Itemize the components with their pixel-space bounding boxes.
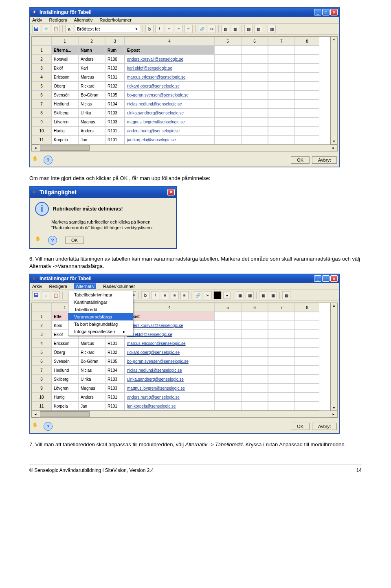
cell-name[interactable]: Magnus (78, 117, 105, 126)
cell-room[interactable]: R105 (105, 357, 125, 366)
menu-item-varannanradsfarga[interactable]: Varannanradsfärga (68, 313, 133, 320)
cell-email[interactable]: niclas.hedlund@senselogic.se (125, 366, 214, 375)
table-row[interactable]: 11KorpelaJanR101jan.korpela@senselogic.s… (32, 402, 330, 410)
table-icon-4[interactable]: ▦ (254, 25, 262, 33)
cell-room[interactable]: R102 (105, 64, 125, 72)
table-row[interactable]: 7HedlundNiclasR104niclas.hedlund@senselo… (32, 99, 330, 108)
col-6[interactable]: 6 (241, 37, 268, 46)
horizontal-scrollbar[interactable]: ◄► (32, 144, 337, 151)
table-icon-4[interactable]: ▦ (269, 291, 277, 299)
menu-item-tabellbredd[interactable]: Tabellbredd (68, 306, 133, 313)
help-icon[interactable]: ? (44, 156, 53, 165)
titlebar[interactable]: Inställningar för Tabell _ □ ✕ (30, 8, 339, 17)
cell-name[interactable]: Karl (78, 64, 105, 72)
cell-name[interactable]: Niclas (78, 99, 105, 108)
minimize-button[interactable]: _ (314, 9, 321, 15)
minimize-button[interactable]: _ (314, 275, 321, 282)
cell-lastname[interactable]: Hurtig (51, 393, 78, 402)
col-2[interactable]: 2 (78, 37, 105, 46)
col-5[interactable]: 5 (214, 303, 241, 312)
cell-lastname[interactable]: Hurtig (51, 126, 78, 135)
cell-lastname[interactable]: Lövgren (51, 384, 78, 393)
cell-email[interactable]: anders.korsvall@senselogic.se (125, 55, 214, 64)
close-button[interactable]: ✕ (330, 9, 338, 15)
hdr-email[interactable]: E-post (125, 46, 214, 55)
cell-email[interactable]: marcus.ericsson@senselogic.se (125, 72, 214, 81)
close-button[interactable]: ✕ (167, 189, 175, 195)
cell-email[interactable]: anders.hurtig@senselogic.se (125, 393, 214, 402)
cell-room[interactable]: R101 (105, 393, 125, 402)
cell-lastname[interactable]: Öberg (51, 348, 78, 357)
menu-item-kantinstallningar[interactable]: Kantinställningar (68, 298, 133, 306)
cell-lastname[interactable]: Ericsson (51, 339, 78, 348)
table-row[interactable]: 7HedlundNiclasR104niclas.hedlund@senselo… (32, 366, 330, 375)
cell-email[interactable]: bo-goran.svensen@senselogic.se (125, 357, 214, 366)
cell-name[interactable]: Ulrika (78, 108, 105, 117)
cell-email[interactable]: jan.korpela@senselogic.se (125, 402, 214, 410)
cell-lastname[interactable]: Korpela (51, 402, 78, 410)
unlink-icon[interactable]: ✂ (208, 25, 216, 33)
header-cell-icon[interactable]: ▦ (268, 25, 276, 33)
cell-email[interactable]: rickard.oberg@senselogic.se (125, 81, 214, 90)
table-row[interactable]: 9LövgrenMagnusR103magnus.lovgren@senselo… (32, 117, 330, 126)
cell-lastname[interactable]: Eklöf (51, 64, 78, 72)
clipboard-icon[interactable]: 📋 (52, 25, 60, 33)
cell-room[interactable]: R103 (105, 108, 125, 117)
bold-icon[interactable]: b (141, 291, 149, 299)
menu-arkiv[interactable]: Arkiv (32, 284, 42, 289)
bold-icon[interactable]: b (145, 25, 154, 33)
hdr-lastname[interactable]: Efterna... (51, 46, 78, 55)
cell-lastname[interactable]: Ericsson (51, 72, 78, 81)
titlebar[interactable]: Inställningar för Tabell _ □ ✕ (30, 274, 339, 283)
cell-email[interactable]: niclas.hedlund@senselogic.se (125, 99, 214, 108)
cancel-button[interactable]: Avbryt (312, 156, 337, 164)
merge-icon[interactable] (42, 25, 50, 33)
vertical-scrollbar[interactable]: ▲▼ (330, 37, 337, 144)
merge-icon[interactable]: ↕ (42, 291, 50, 299)
cell-email[interactable]: magnus.lovgren@senselogic.se (125, 117, 214, 126)
cell-room[interactable]: R104 (105, 366, 125, 375)
col-7[interactable]: 7 (268, 37, 295, 46)
menu-redigera[interactable]: Redigera (49, 284, 68, 289)
table-header-row[interactable]: 1 Efterna... Namn Rum E-post (32, 46, 330, 55)
titlebar[interactable]: Tillgänglighet ✕ (30, 186, 176, 198)
menu-item-tabellbeskrivningar[interactable]: Tabellbeskrivningar (68, 291, 133, 298)
cell-room[interactable]: R104 (105, 99, 125, 108)
table-row[interactable]: 11KorpelaJanR101jan.korpela@senselogic.s… (32, 135, 330, 144)
color-dd[interactable]: ▾ (223, 292, 231, 299)
table-row[interactable]: 6SvensénBo-GöranR105bo-goran.svensen@sen… (32, 90, 330, 99)
hdr-room[interactable]: Rum (105, 46, 125, 55)
ok-button[interactable]: OK (291, 423, 310, 430)
cell-lastname[interactable]: Lövgren (51, 117, 78, 126)
horizontal-scrollbar[interactable]: ◄► (32, 410, 337, 417)
link-icon[interactable]: 🔗 (194, 291, 202, 299)
cell-name[interactable]: Niclas (78, 366, 105, 375)
cell-room[interactable]: R103 (105, 384, 125, 393)
table-row[interactable]: 6SvensénBo-GöranR105bo-goran.svensen@sen… (32, 357, 330, 366)
cell-room[interactable]: R103 (105, 117, 125, 126)
cell-email[interactable]: jan.korpela@senselogic.se (125, 135, 214, 144)
italic-icon[interactable]: i (155, 25, 163, 33)
cell-name[interactable]: Marcus (78, 72, 105, 81)
cell-room[interactable]: R100 (105, 55, 125, 64)
col-5[interactable]: 5 (214, 37, 241, 46)
cell-room[interactable]: R101 (105, 135, 125, 144)
cell-email[interactable]: ulrika.sandberg@senselogic.se (125, 108, 214, 117)
font-a-icon[interactable]: a (65, 25, 73, 33)
cell-name[interactable]: Anders (78, 393, 105, 402)
cell-lastname[interactable]: Svensén (51, 90, 78, 99)
col-4[interactable]: 4 (125, 303, 214, 312)
cell-room[interactable]: R101 (105, 402, 125, 410)
cell-name[interactable]: Magnus (78, 384, 105, 393)
table-icon-3[interactable]: ▦ (259, 291, 267, 299)
align-right-icon[interactable]: ≡ (185, 25, 193, 33)
ok-button[interactable]: OK (65, 237, 84, 244)
cell-lastname[interactable]: Skilberg (51, 375, 78, 384)
cell-room[interactable]: R102 (105, 348, 125, 357)
table-row[interactable]: 5ÖbergRickardR102rickard.oberg@senselogi… (32, 81, 330, 90)
table-row[interactable]: 9LövgrenMagnusR103magnus.lovgren@senselo… (32, 384, 330, 393)
menu-raderkolumner[interactable]: Rader/kolumner (103, 284, 135, 289)
align-left-icon[interactable]: ≡ (161, 291, 169, 299)
col-6[interactable]: 6 (241, 303, 268, 312)
style-dropdown[interactable]: Brödtext fet▼ (75, 25, 140, 33)
